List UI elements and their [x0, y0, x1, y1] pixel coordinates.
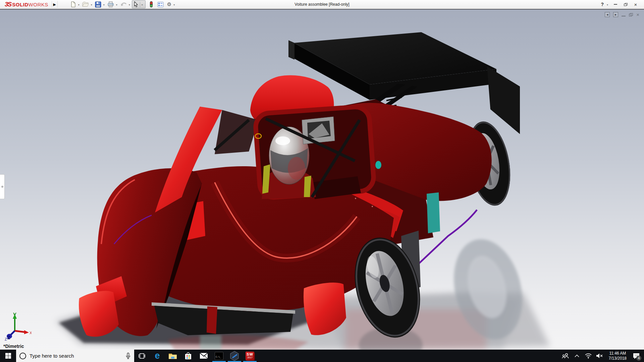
taskbar-app-edrawings[interactable]	[227, 350, 242, 362]
minimize-icon	[614, 4, 617, 5]
quick-access-toolbar: ▾ ▾ ▾ ▾ ▾ ▾ ⚙ ▾	[69, 0, 177, 9]
triad-y-label: Y	[13, 313, 16, 317]
print-dropdown-caret-icon[interactable]: ▾	[116, 3, 117, 6]
next-document-button[interactable]: ▶	[613, 12, 618, 17]
document-window-controls: ◀ ▶ ×	[605, 12, 639, 17]
restore-icon	[624, 3, 628, 6]
select-tool-button[interactable]: ▾	[132, 0, 146, 8]
edge-icon: e	[155, 351, 160, 360]
traffic-light-icon	[149, 1, 153, 8]
brand-works-text: WORKS	[29, 2, 48, 7]
file-explorer-icon	[168, 352, 177, 360]
new-document-icon	[70, 1, 76, 7]
help-button[interactable]: ?	[600, 2, 604, 7]
orientation-triad[interactable]: X Y Z	[5, 312, 32, 341]
new-dropdown-caret-icon[interactable]: ▾	[78, 3, 79, 6]
app-titlebar: 3S SOLIDWORKS ▶ ▾ ▾ ▾ ▾ ▾ ▾ ⚙ ▾ Voit	[0, 0, 644, 9]
volume-button[interactable]	[595, 350, 605, 362]
graphics-viewport[interactable]: ◀ ▶ ×	[0, 9, 644, 350]
doc-close-button[interactable]: ×	[636, 13, 639, 16]
settings-button[interactable]: ⚙	[166, 0, 172, 8]
select-cursor-icon	[133, 1, 139, 8]
taskbar-app-solidworks[interactable]: SW2017	[242, 350, 258, 362]
minimize-button[interactable]	[611, 1, 620, 8]
solidworks-2017-icon: SW2017	[246, 352, 254, 360]
chevron-up-icon	[575, 355, 579, 357]
people-icon	[562, 353, 569, 359]
save-button[interactable]	[94, 0, 102, 8]
cortana-icon	[19, 353, 26, 359]
select-dropdown-caret-icon[interactable]: ▾	[140, 2, 143, 7]
restore-button[interactable]	[621, 1, 630, 8]
side-intake-panel[interactable]	[427, 192, 440, 233]
panel-tab-dot-icon	[1, 186, 3, 188]
show-hidden-icons-button[interactable]	[572, 350, 582, 362]
taskbar-clock[interactable]: 11:46 AM 7/13/2018	[606, 351, 629, 361]
undo-arrow-icon	[120, 1, 127, 7]
print-button[interactable]	[106, 0, 115, 8]
doc-minimize-button[interactable]	[622, 16, 626, 16]
taskbar-app-mail[interactable]	[196, 350, 211, 362]
clock-date: 7/13/2018	[609, 356, 627, 361]
options-list-icon	[157, 2, 164, 7]
undo-dropdown-caret-icon[interactable]: ▾	[129, 3, 130, 6]
microphone-icon[interactable]	[125, 353, 131, 359]
new-document-button[interactable]	[69, 0, 77, 8]
volume-muted-icon	[596, 353, 603, 359]
rear-view-mirror[interactable]	[302, 117, 335, 144]
search-placeholder-text: Type here to search	[30, 353, 122, 359]
document-title: Voiture assomblee [Read-only]	[294, 2, 349, 7]
view-orientation-label: *Dimetric	[3, 344, 24, 349]
printer-icon	[107, 1, 114, 8]
window-controls: ? ▾ ×	[600, 1, 644, 8]
open-dropdown-caret-icon[interactable]: ▾	[91, 3, 92, 6]
gear-icon: ⚙	[167, 1, 171, 7]
people-button[interactable]	[560, 350, 571, 362]
car-3d-model-scene[interactable]	[0, 9, 644, 350]
help-dropdown-caret-icon[interactable]: ▾	[607, 3, 608, 6]
doc-restore-button[interactable]	[629, 13, 633, 16]
open-document-button[interactable]	[81, 0, 90, 8]
prev-document-button[interactable]: ◀	[605, 12, 610, 17]
action-center-button[interactable]: 4	[631, 350, 642, 362]
clock-time: 11:46 AM	[609, 351, 626, 356]
front-bumper-corner[interactable]	[79, 291, 119, 337]
taskbar-app-file-explorer[interactable]	[165, 350, 180, 362]
wifi-icon	[585, 353, 592, 359]
extinguisher-nozzle[interactable]	[375, 161, 381, 169]
start-button[interactable]	[0, 350, 16, 362]
save-floppy-icon	[95, 1, 101, 8]
taskbar-app-edge[interactable]: e	[150, 350, 165, 362]
mail-icon	[200, 353, 208, 359]
brand-solid-text: SOLID	[12, 2, 28, 7]
taskbar-app-command-prompt[interactable]: C:\_	[211, 350, 227, 362]
feature-manager-collapsed-tab[interactable]	[0, 174, 5, 199]
taskbar-search-box[interactable]: Type here to search	[16, 350, 134, 362]
windows-logo-icon	[5, 353, 11, 359]
display-options-button[interactable]	[156, 0, 165, 8]
windows-taskbar: Type here to search e C:\_ SW2017	[0, 350, 644, 362]
close-button[interactable]: ×	[631, 1, 640, 8]
stoplight-button[interactable]	[148, 0, 154, 8]
undo-button[interactable]	[119, 0, 128, 8]
menu-flyout-arrow-icon[interactable]: ▶	[52, 1, 58, 8]
settings-dropdown-caret-icon[interactable]: ▾	[173, 3, 175, 6]
taskbar-app-store[interactable]	[180, 350, 196, 362]
command-prompt-icon: C:\_	[215, 352, 223, 360]
task-view-button[interactable]	[134, 350, 150, 362]
notification-badge: 4	[636, 356, 641, 361]
save-dropdown-caret-icon[interactable]: ▾	[103, 3, 105, 6]
open-folder-icon	[82, 1, 89, 7]
close-icon: ×	[634, 2, 637, 7]
triad-z-label: Z	[5, 337, 7, 341]
solidworks-logo: 3S SOLIDWORKS	[0, 1, 52, 8]
system-tray: 11:46 AM 7/13/2018 4	[560, 350, 644, 362]
dassault-logo-icon: 3S	[5, 1, 11, 8]
task-view-icon	[139, 353, 145, 359]
triad-x-label: X	[30, 331, 32, 335]
microsoft-store-icon	[184, 352, 192, 360]
hexagon-app-icon	[230, 351, 239, 361]
network-button[interactable]	[583, 350, 593, 362]
